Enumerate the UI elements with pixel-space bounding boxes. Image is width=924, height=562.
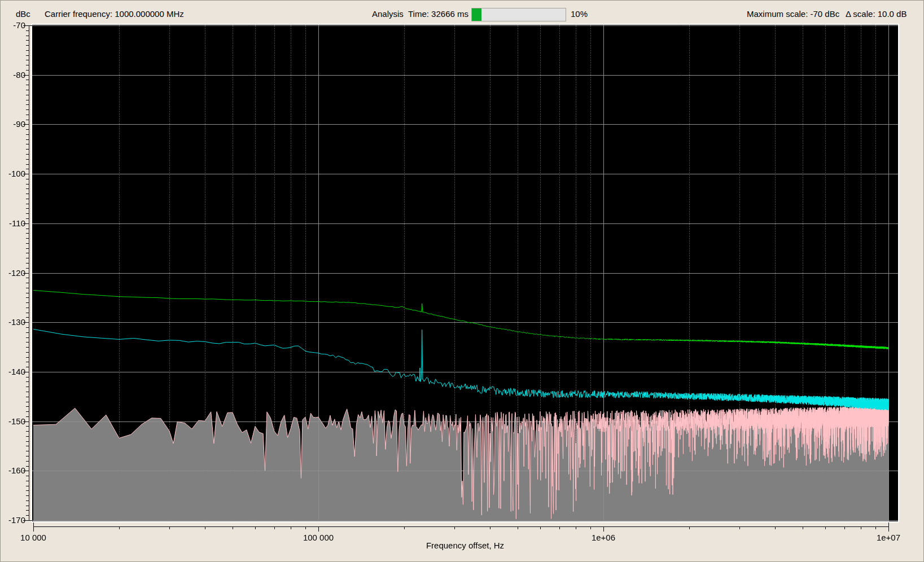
maximum-scale-label: Maximum scale: -70 dBc	[747, 9, 839, 19]
x-axis-title: Frequency offset, Hz	[32, 541, 898, 550]
y-tick-label: -70	[1, 20, 25, 30]
y-tick-label: -80	[1, 70, 25, 80]
phase-noise-plot[interactable]	[31, 24, 899, 523]
y-tick-label: -130	[1, 317, 25, 327]
y-units-label: dBc	[16, 9, 30, 19]
plot-canvas	[32, 25, 898, 521]
delta-scale-label: Δ scale: 10.0 dB	[846, 9, 907, 19]
y-tick-label: -120	[1, 268, 25, 278]
y-tick-label: -90	[1, 119, 25, 129]
y-tick-label: -160	[1, 466, 25, 476]
analysis-time-label: Time: 32666 ms	[408, 9, 468, 19]
analysis-label: Analysis	[372, 9, 404, 19]
carrier-frequency-label: Carrier frequency: 1000.000000 MHz	[45, 9, 184, 19]
analysis-progress-bar	[471, 8, 566, 21]
progress-percent-label: 10%	[571, 9, 588, 19]
y-tick-label: -140	[1, 367, 25, 377]
y-tick-label: -100	[1, 169, 25, 179]
analysis-progress-fill	[472, 8, 481, 21]
y-tick-label: -170	[1, 515, 25, 525]
y-tick-label: -150	[1, 416, 25, 427]
phase-noise-analyzer-window: dBc Carrier frequency: 1000.000000 MHz A…	[0, 0, 924, 562]
y-tick-label: -110	[1, 218, 25, 229]
